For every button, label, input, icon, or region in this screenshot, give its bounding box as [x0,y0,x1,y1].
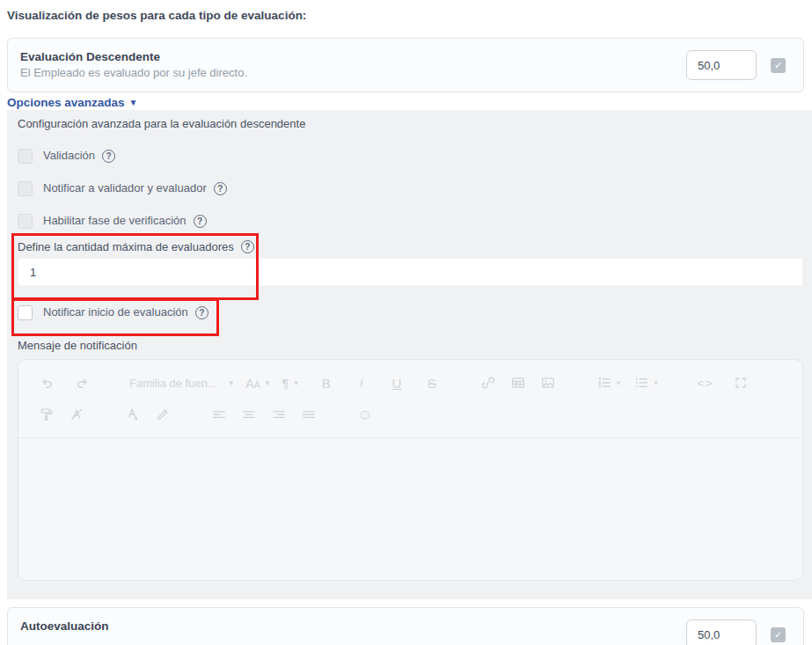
font-family-select[interactable]: Familia de fuen... ▾ [129,377,233,390]
weight-input[interactable] [686,619,757,645]
editor-content-area[interactable] [18,438,802,570]
weight-checkbox[interactable]: ✓ [771,58,786,73]
caret-down-icon: ▾ [294,378,298,387]
checkbox-label: Habilitar fase de verificación [43,214,187,228]
align-center-icon[interactable] [240,405,258,424]
card-text: Autoevaluación [20,619,109,634]
text-style-group: B i U S [318,373,441,392]
caret-down-icon[interactable]: ▾ [654,378,658,387]
help-icon[interactable]: ? [102,150,115,163]
checkbox-label: Validación [43,149,95,163]
editor-toolbar: Familia de fuen... ▾ AA ▾ ¶ ▾ B i [18,360,802,427]
undo-icon[interactable] [38,373,55,392]
format-selects-group: Familia de fuen... ▾ AA ▾ ¶ ▾ [129,376,298,391]
max-evaluators-label-row: Define la cantidad máxima de evaluadores… [18,239,803,253]
help-icon[interactable]: ? [214,182,227,195]
page-title: Visualización de pesos para cada tipo de… [0,0,812,26]
highlight-color-icon[interactable] [154,405,172,424]
clear-format-icon[interactable] [68,405,85,424]
notification-message-editor: Familia de fuen... ▾ AA ▾ ¶ ▾ B i [18,359,803,581]
list-group: ▾ ▾ [596,373,658,392]
align-justify-icon[interactable] [300,405,318,424]
caret-down-icon: ▾ [229,378,233,387]
caret-down-icon[interactable]: ▾ [617,378,621,387]
evaluation-card-autoevaluacion: Autoevaluación ✓ [7,607,804,645]
help-icon[interactable]: ? [195,306,208,319]
notificar-inicio-checkbox[interactable] [18,305,33,320]
underline-icon[interactable]: U [388,373,406,392]
notificar-validador-checkbox[interactable] [18,181,33,196]
advanced-options-panel: Configuración avanzada para la evaluació… [7,110,812,599]
evaluation-card-descendente: Evaluación Descendente El Empleado es ev… [7,38,804,92]
color-tools-group [124,405,172,424]
card-description: El Empleado es evaluado por su jefe dire… [20,66,247,80]
toolbar-row-1: Familia de fuen... ▾ AA ▾ ¶ ▾ B i [38,370,788,395]
toolbar-row-2: ☺ [38,402,788,427]
checkbox-row-habilitar-verificacion: Habilitar fase de verificación ? [18,213,803,229]
max-evaluators-input[interactable] [18,258,803,286]
validacion-checkbox[interactable] [18,149,33,164]
code-view-icon[interactable]: <> [697,373,714,392]
card-controls: ✓ [686,50,786,80]
ordered-list-button[interactable]: ▾ [596,373,621,392]
help-icon[interactable]: ? [194,215,207,228]
paint-format-icon[interactable] [38,405,55,424]
advanced-options-label: Opciones avanzadas [7,96,125,110]
emoji-group: ☺ [356,405,374,424]
card-text: Evaluación Descendente El Empleado es ev… [20,49,247,80]
emoji-icon[interactable]: ☺ [356,405,374,424]
notification-message-label: Mensaje de notificación [18,339,803,353]
checkbox-row-validacion: Validación ? [18,148,803,164]
italic-icon[interactable]: i [353,373,370,392]
checkbox-label: Notificar inicio de evaluación [43,305,188,319]
history-group [38,373,91,392]
font-size-select[interactable]: AA ▾ [245,376,269,391]
bold-icon[interactable]: B [318,373,335,392]
unordered-list-button[interactable]: ▾ [633,373,658,392]
checkbox-row-notificar-inicio: Notificar inicio de evaluación ? [18,304,803,320]
insert-image-icon[interactable] [539,373,557,392]
redo-icon[interactable] [73,373,91,392]
align-left-icon[interactable] [210,405,228,424]
strikethrough-icon[interactable]: S [423,373,441,392]
check-icon: ✓ [774,630,782,640]
habilitar-verificacion-checkbox[interactable] [18,214,33,229]
help-icon[interactable]: ? [241,240,254,253]
check-icon: ✓ [774,61,782,70]
align-group [210,405,318,424]
insert-table-icon[interactable] [509,373,527,392]
card-title: Autoevaluación [20,619,109,634]
format-tools-group [38,405,85,424]
paragraph-format-select[interactable]: ¶ ▾ [282,376,298,391]
max-evaluators-label: Define la cantidad máxima de evaluadores [18,240,234,253]
caret-down-icon: ▾ [266,378,270,387]
panel-title: Configuración avanzada para la evaluació… [18,117,803,131]
checkbox-label: Notificar a validador y evaluador [43,181,207,195]
fullscreen-icon[interactable] [732,373,750,392]
weight-checkbox[interactable]: ✓ [771,627,786,642]
insert-link-icon[interactable] [479,373,497,392]
weight-input[interactable] [686,50,757,80]
view-group: <> [697,373,750,392]
insert-group [479,373,557,392]
unordered-list-icon [633,373,650,392]
ordered-list-icon [596,373,613,392]
advanced-options-toggle[interactable]: Opciones avanzadas ▼ [7,96,137,110]
caret-down-icon: ▼ [129,96,138,110]
checkbox-row-notificar-validador: Notificar a validador y evaluador ? [18,180,803,196]
card-controls: ✓ [686,619,786,645]
align-right-icon[interactable] [270,405,288,424]
font-color-icon[interactable] [124,405,142,424]
card-title: Evaluación Descendente [20,49,247,64]
